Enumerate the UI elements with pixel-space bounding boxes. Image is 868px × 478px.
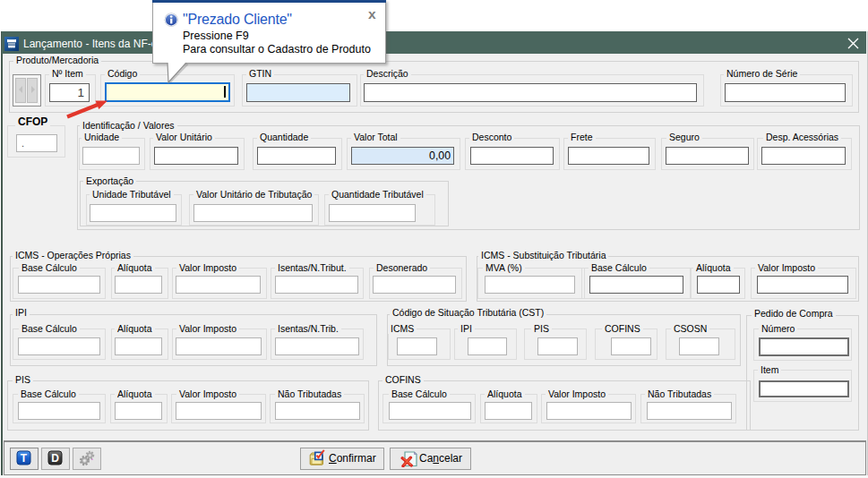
- svg-text:T: T: [21, 452, 28, 465]
- svg-text:D: D: [51, 452, 59, 465]
